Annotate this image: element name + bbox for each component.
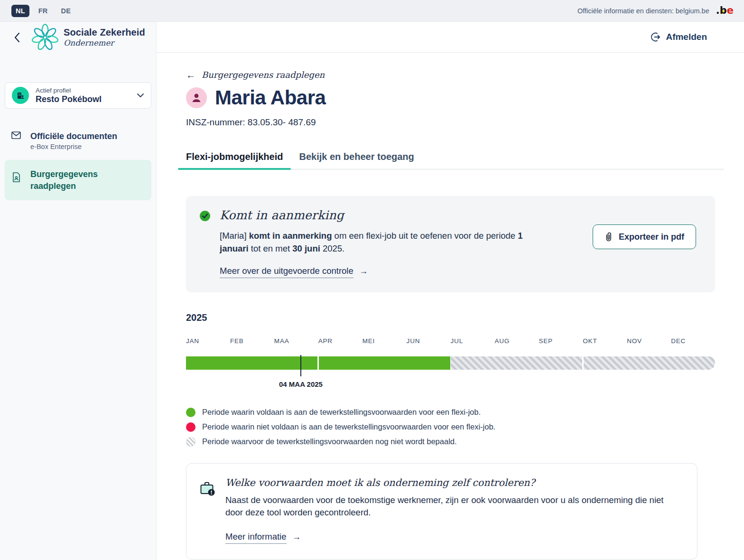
export-pdf-button[interactable]: Exporteer in pdf (593, 224, 696, 249)
sidebar: Sociale Zekerheid Ondernemer Actief pro (0, 22, 157, 560)
paperclip-icon (604, 232, 613, 242)
sidebar-nav: Officiële documenten e-Box Enterprise Bu… (0, 124, 156, 200)
person-avatar (186, 87, 207, 108)
logout-label: Afmelden (666, 32, 707, 42)
chevron-left-icon (14, 32, 20, 43)
active-profile-name: Resto Pokébowl (36, 94, 130, 104)
brand-title: Sociale Zekerheid (64, 28, 145, 37)
active-profile-label: Actief profiel (36, 87, 130, 94)
sidebar-item-title: Burgergegevens raadplegen (30, 168, 106, 192)
envelope-icon (11, 131, 21, 139)
tabs: Flexi-jobmogelijkheidBekijk en beheer to… (178, 147, 724, 169)
main-header: Afmelden (157, 22, 744, 53)
insz-number: INSZ-nummer: 83.05.30- 487.69 (186, 117, 724, 128)
belgium-be-logo: .be (716, 6, 734, 16)
legend-row-eligible: Periode waarin voldaan is aan de tewerks… (186, 408, 724, 417)
logout-icon (651, 32, 661, 42)
legend-dot-not_eligible (186, 422, 195, 432)
brand: Sociale Zekerheid Ondernemer (31, 23, 145, 52)
month-label: MAA (274, 337, 318, 345)
top-bar: NLFRDE Officiële informatie en diensten:… (0, 0, 744, 22)
sidebar-item-subtitle: e-Box Enterprise (30, 143, 117, 150)
timeline-segment-undetermined (584, 356, 715, 370)
person-icon (190, 92, 203, 104)
sidebar-item-title: Officiële documenten (30, 131, 117, 142)
month-label: OKT (583, 337, 627, 345)
month-label: MEI (363, 337, 407, 345)
month-label: DEC (671, 337, 715, 345)
briefcase-alert-icon (200, 481, 216, 544)
eligibility-timeline: 2025 JANFEBMAAAPRMEIJUNJULAUGSEPOKTNOVDE… (186, 312, 715, 388)
month-label: FEB (230, 337, 274, 345)
month-label: JUL (451, 337, 495, 345)
legend-dot-undetermined (186, 437, 195, 447)
eligibility-status-card: Komt in aanmerking [Maria] komt in aanme… (186, 196, 715, 292)
company-icon (12, 87, 29, 104)
month-label: JAN (186, 337, 230, 345)
chevron-down-icon (137, 93, 144, 98)
sidebar-item-burgergegevens-raadplegen[interactable]: Burgergegevens raadplegen (5, 160, 151, 200)
check-circle-icon (199, 210, 211, 278)
language-option-de[interactable]: DE (56, 5, 75, 17)
controle-info-link[interactable]: Meer over de uitgevoerde controle (220, 266, 353, 278)
brand-subtitle: Ondernemer (64, 38, 145, 47)
marker-date-label: 04 MAA 2025 (279, 380, 323, 388)
official-info-text: Officiële informatie en diensten: belgiu… (577, 7, 709, 15)
info-card-body: Naast de voorwaarden voor de toekomstige… (225, 494, 681, 520)
arrow-right-icon: → (359, 266, 368, 276)
conditions-info-card: Welke voorwaarden moet ik als ondernemin… (186, 463, 698, 560)
back-arrow-icon: ← (186, 70, 195, 80)
marker-line (300, 355, 301, 376)
info-card-title: Welke voorwaarden moet ik als ondernemin… (225, 477, 681, 488)
status-body: [Maria] komt in aanmerking om een flexi-… (220, 230, 523, 255)
legend-label: Periode waarin voldaan is aan de tewerks… (202, 408, 481, 417)
timeline-date-marker: 04 MAA 2025 (279, 355, 323, 388)
logout-button[interactable]: Afmelden (651, 32, 707, 42)
timeline-legend: Periode waarin voldaan is aan de tewerks… (186, 408, 724, 447)
flower-logo-icon (31, 23, 59, 52)
citizen-document-icon (11, 172, 21, 182)
status-title: Komt in aanmerking (220, 208, 523, 222)
page-title: Maria Abara (215, 86, 326, 109)
export-pdf-label: Exporteer in pdf (619, 232, 684, 242)
arrow-right-icon: → (292, 532, 301, 541)
month-label: APR (318, 337, 363, 345)
legend-row-undetermined: Periode waarvoor de tewerkstellingsvoorw… (186, 437, 724, 447)
legend-row-not_eligible: Periode waarin niet voldaan is aan de te… (186, 422, 724, 432)
active-profile-selector[interactable]: Actief profiel Resto Pokébowl (5, 82, 151, 109)
timeline-segment-eligible (319, 356, 450, 370)
sidebar-item-officiele-documenten[interactable]: Officiële documenten e-Box Enterprise (5, 124, 151, 157)
legend-dot-eligible (186, 408, 195, 417)
breadcrumb-label: Burgergegevens raadplegen (202, 70, 325, 80)
sidebar-collapse-button[interactable] (10, 31, 24, 44)
tab-1[interactable]: Bekijk en beheer toegang (291, 147, 422, 169)
breadcrumb[interactable]: ← Burgergegevens raadplegen (186, 70, 724, 80)
month-label: SEP (539, 337, 583, 345)
month-label: JUN (407, 337, 451, 345)
language-switcher: NLFRDE (11, 5, 75, 17)
timeline-segment-undetermined (451, 356, 582, 370)
timeline-months: JANFEBMAAAPRMEIJUNJULAUGSEPOKTNOVDEC (186, 337, 715, 345)
tab-0[interactable]: Flexi-jobmogelijkheid (178, 147, 291, 169)
language-option-fr[interactable]: FR (34, 5, 52, 17)
timeline-year: 2025 (186, 312, 715, 323)
timeline-bar (186, 356, 715, 370)
legend-label: Periode waarin niet voldaan is aan de te… (202, 422, 495, 431)
more-info-link[interactable]: Meer informatie (225, 532, 287, 544)
language-option-nl[interactable]: NL (11, 5, 29, 17)
month-label: NOV (627, 337, 671, 345)
legend-label: Periode waarvoor de tewerkstellingsvoorw… (202, 437, 457, 446)
month-label: AUG (494, 337, 539, 345)
main-area: Afmelden ← Burgergegevens raadplegen Mar… (157, 22, 744, 560)
